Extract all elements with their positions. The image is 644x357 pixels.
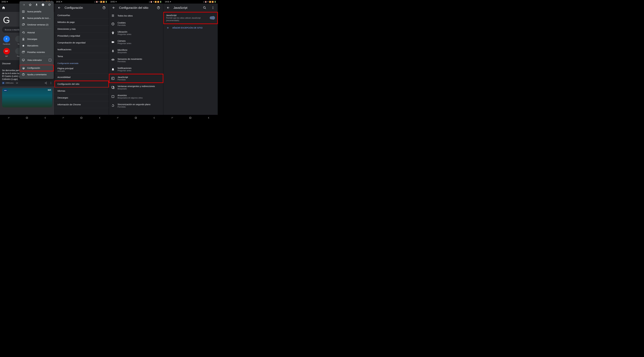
nav-recent-icon[interactable] — [8, 117, 10, 119]
site-cookies[interactable]: CookiesPermitido — [109, 19, 163, 28]
desktop-view-checkbox[interactable] — [49, 59, 51, 62]
svg-rect-9 — [26, 117, 28, 118]
back-button[interactable] — [56, 5, 62, 11]
status-bar: 14:01 ▯ ⏰ ✕ 📶 📶 🔋 — [109, 0, 163, 4]
help-icon[interactable] — [101, 5, 107, 11]
site-location[interactable]: UbicaciónPreguntar antes — [109, 28, 163, 38]
app-bar: JavaScript — [164, 4, 218, 12]
site-background-sync[interactable]: Sincronización en segundo planoPermitido — [109, 101, 163, 110]
nav-back-icon[interactable] — [98, 116, 101, 119]
svg-rect-6 — [22, 51, 24, 52]
add-site-exception-button[interactable]: AÑADIR EXCEPCIÓN DE SITIO — [164, 24, 218, 32]
nav-back-icon[interactable] — [44, 116, 47, 119]
home-icon[interactable] — [2, 6, 5, 10]
site-popups[interactable]: Ventanas emergentes y redireccionesBloqu… — [109, 83, 163, 92]
menu-help[interactable]: Ayuda y comentarios — [20, 71, 54, 78]
menu-incognito[interactable]: Nueva pestaña de Incó… — [20, 15, 54, 22]
back-button[interactable] — [111, 5, 117, 11]
info-icon[interactable] — [42, 3, 44, 7]
discover-article-2-image[interactable]: ▬▬ SER — [2, 88, 52, 107]
status-time: 14:01 — [2, 1, 6, 3]
share-icon[interactable] — [44, 82, 47, 84]
settings-languages[interactable]: Idiomas — [54, 88, 109, 94]
settings-privacy[interactable]: Privacidad y seguridad — [54, 32, 109, 39]
settings-payment[interactable]: Métodos de pago — [54, 19, 109, 26]
site-all-sites[interactable]: Todos los sitios — [109, 12, 163, 19]
svg-point-23 — [213, 6, 213, 7]
svg-rect-11 — [81, 117, 82, 118]
article-age: 1d — [16, 82, 18, 84]
status-bar: 14:01 ▯ ⏰ ✕ 📶 📶 🔋 — [54, 0, 109, 4]
nav-bar — [109, 115, 163, 121]
menu-new-tab[interactable]: Nueva pestaña — [20, 8, 54, 15]
settings-notifications[interactable]: Notificaciones — [54, 46, 109, 53]
screen-settings: 14:01 ▯ ⏰ ✕ 📶 📶 🔋 Configuración Contrase… — [54, 0, 109, 121]
site-notifications[interactable]: NotificacionesPreguntar antes — [109, 65, 163, 74]
location-icon — [6, 1, 8, 2]
settings-passwords[interactable]: Contraseñas — [54, 12, 109, 19]
nav-home-icon[interactable] — [189, 116, 192, 119]
page-title: Configuración — [64, 6, 99, 10]
settings-site-settings[interactable]: Configuración del sitio — [54, 80, 109, 88]
nav-recent-icon[interactable] — [171, 117, 174, 119]
nav-recent-icon[interactable] — [62, 117, 65, 119]
forward-icon[interactable] — [22, 3, 25, 7]
shortcut-facebook[interactable]: f Facebook — [2, 36, 11, 45]
nav-home-icon[interactable] — [134, 116, 137, 119]
settings-addresses[interactable]: Direcciones y más — [54, 26, 109, 32]
settings-downloads[interactable]: Descargas — [54, 94, 109, 101]
site-ads[interactable]: AnunciosBloqueados en algunos sitios — [109, 92, 163, 101]
location-icon — [61, 1, 62, 2]
nav-back-icon[interactable] — [153, 116, 156, 119]
site-javascript[interactable]: JavaScriptPermitido — [109, 74, 163, 83]
app-bar: Configuración del sitio — [109, 4, 163, 12]
refresh-icon[interactable] — [48, 3, 51, 7]
javascript-content: JavaScript Permitir que los sitios utili… — [164, 12, 218, 115]
site-camera[interactable]: CámaraPreguntar antes — [109, 38, 163, 46]
help-icon[interactable] — [156, 5, 162, 11]
menu-settings[interactable]: Configuración — [20, 65, 54, 71]
nav-back-icon[interactable] — [207, 116, 210, 119]
shortcut-wp[interactable]: WP WP — [2, 48, 11, 57]
search-icon[interactable] — [202, 5, 208, 11]
menu-downloads[interactable]: Descargas — [20, 36, 54, 42]
more-icon[interactable] — [50, 82, 52, 84]
screen-chrome-home: 14:01 ▯ ⏰ ✕ 📶 📶 🔋 G Busca o escribe una … — [0, 0, 54, 121]
svg-point-1 — [51, 83, 51, 83]
page-title: Configuración del sitio — [119, 6, 153, 10]
javascript-toggle-row[interactable]: JavaScript Permitir que los sitios utili… — [164, 12, 218, 24]
article2-ser-logo: SER — [48, 89, 51, 91]
settings-theme[interactable]: Tema — [54, 53, 109, 60]
menu-desktop-view[interactable]: Vista ordenador — [20, 57, 54, 63]
settings-homepage[interactable]: Página principal Activado — [54, 66, 109, 74]
settings-accessibility[interactable]: Accesibilidad — [54, 74, 109, 80]
nav-home-icon[interactable] — [26, 116, 28, 119]
menu-recent-tabs[interactable]: Pestañas recientes — [20, 49, 54, 56]
back-button[interactable] — [165, 5, 171, 11]
toggle-subtitle: Permitir que los sitios utilicen JavaScr… — [166, 17, 208, 22]
svg-point-15 — [113, 23, 114, 24]
svg-point-0 — [51, 82, 51, 82]
svg-rect-5 — [22, 52, 24, 53]
settings-safety-check[interactable]: Comprobación de seguridad — [54, 39, 109, 46]
source-badge: 20 — [2, 82, 4, 84]
nav-recent-icon[interactable] — [116, 117, 119, 119]
nav-home-icon[interactable] — [80, 116, 83, 119]
svg-point-16 — [113, 24, 114, 24]
bookmark-icon[interactable] — [29, 3, 32, 7]
settings-about-chrome[interactable]: Información de Chrome — [54, 101, 109, 108]
nav-bar — [54, 115, 109, 121]
menu-history[interactable]: Historial — [20, 29, 54, 36]
screen-site-settings: 14:01 ▯ ⏰ ✕ 📶 📶 🔋 Configuración del siti… — [109, 0, 164, 121]
svg-rect-20 — [112, 95, 114, 98]
menu-windows[interactable]: Gestionar ventanas (2) — [20, 22, 54, 28]
menu-bookmarks[interactable]: Marcadores — [20, 42, 54, 49]
overflow-menu-icon[interactable] — [210, 5, 216, 11]
svg-point-14 — [112, 23, 113, 24]
article-meta: 20 20Minutos · 1d — [2, 82, 52, 84]
site-microphone[interactable]: MicrófonoBloqueado — [109, 46, 163, 56]
site-motion-sensors[interactable]: Sensores de movimientoPermitido — [109, 56, 163, 65]
settings-list: Contraseñas Métodos de pago Direcciones … — [54, 12, 109, 115]
javascript-switch[interactable] — [210, 16, 215, 19]
download-icon[interactable] — [35, 3, 38, 7]
